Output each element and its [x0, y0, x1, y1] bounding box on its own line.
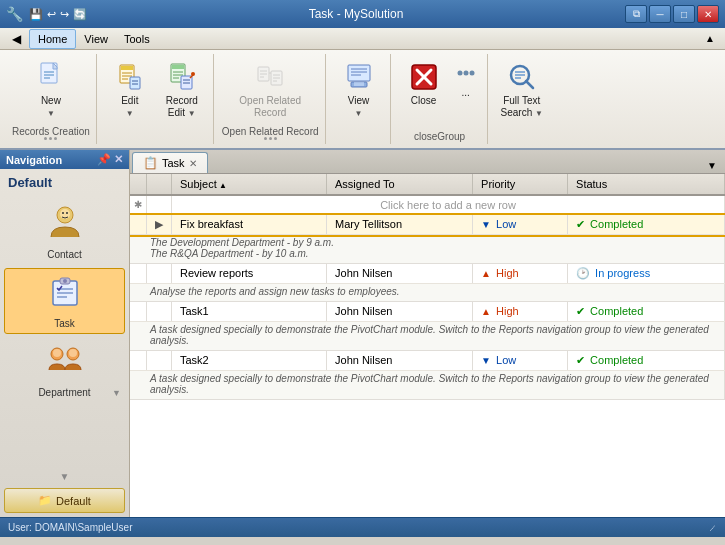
table-row-detail: Analyse the reports and assign new tasks… [130, 284, 725, 302]
row4-indicator [130, 351, 147, 371]
nav-item-task[interactable]: Task [4, 268, 125, 334]
row1-assigned: Mary Tellitson [327, 215, 473, 235]
table-row-detail: A task designed specially to demonstrate… [130, 371, 725, 400]
menu-item-tools[interactable]: Tools [116, 29, 158, 49]
table-row[interactable]: ▶ Fix breakfast Mary Tellitson ▼ Low ✔ C… [130, 215, 725, 235]
col-assigned-to[interactable]: Assigned To [327, 174, 473, 195]
close-icon [408, 61, 440, 93]
open-related-group-label: Open Related Record [222, 126, 319, 137]
more-options-button[interactable]: ... [451, 58, 481, 102]
row3-expand [147, 302, 172, 322]
row1-detail: The Development Department - by 9 a.m.Th… [130, 235, 725, 264]
ribbon-group-edit: Edit▼ [99, 54, 214, 144]
record-edit-doc-icon [166, 61, 198, 93]
records-creation-dots [44, 137, 57, 142]
row4-subject: Task2 [172, 351, 327, 371]
new-row-label[interactable]: Click here to add a new row [172, 195, 725, 215]
row2-detail: Analyse the reports and assign new tasks… [130, 284, 725, 302]
full-text-search-button[interactable]: Full TextSearch ▼ [496, 58, 548, 122]
row4-assigned: John Nilsen [327, 351, 473, 371]
close-record-button[interactable]: Close [399, 58, 449, 110]
row4-status-icon: ✔ [576, 354, 585, 366]
view-button[interactable]: View▼ [334, 58, 384, 122]
svg-rect-9 [130, 77, 140, 89]
row3-priority-label: High [496, 305, 519, 317]
ribbon-group-view: View▼ [328, 54, 391, 144]
ribbon-group-items: New▼ [26, 56, 76, 124]
table-row[interactable]: Task1 John Nilsen ▲ High ✔ Completed [130, 302, 725, 322]
nav-item-department[interactable]: Department ▼ [4, 338, 125, 402]
nav-default-folder-icon: 📁 [38, 494, 52, 507]
menu-collapse-arrow[interactable]: ▲ [699, 31, 721, 46]
nav-pin-icon[interactable]: 📌 [97, 153, 111, 166]
quick-access-undo[interactable]: ↩ [47, 8, 56, 21]
table-row-detail: A task designed specially to demonstrate… [130, 322, 725, 351]
col-subject[interactable]: Subject [172, 174, 327, 195]
minimize-btn[interactable]: ─ [649, 5, 671, 23]
edit-button[interactable]: Edit▼ [105, 58, 155, 122]
open-related-icon [254, 61, 286, 93]
svg-rect-13 [172, 65, 184, 69]
nav-item-contact[interactable]: Contact [4, 198, 125, 264]
tab-dropdown-button[interactable]: ▼ [701, 158, 723, 173]
maximize-btn[interactable]: □ [673, 5, 695, 23]
quick-access-save[interactable]: 💾 [29, 8, 43, 21]
nav-default-button[interactable]: 📁 Default [4, 488, 125, 513]
tab-bar: 📋 Task ✕ ▼ [130, 150, 725, 174]
task-tab[interactable]: 📋 Task ✕ [132, 152, 208, 173]
close-btn-title[interactable]: ✕ [697, 5, 719, 23]
contact-icon [46, 202, 84, 247]
task-table: Subject Assigned To Priority Status ✱ Cl… [130, 174, 725, 517]
new-row-placeholder: ✱ Click here to add a new row [130, 195, 725, 215]
task-clipboard-icon [47, 273, 83, 309]
more-options-area: ... [451, 58, 481, 106]
svg-point-62 [69, 349, 77, 357]
data-table: Subject Assigned To Priority Status ✱ Cl… [130, 174, 725, 400]
nav-scroll-down[interactable]: ▼ [0, 469, 129, 484]
row4-status: ✔ Completed [568, 351, 725, 371]
new-row-star: ✱ [130, 195, 147, 215]
new-row-spacer [147, 195, 172, 215]
row1-subject: Fix breakfast [172, 215, 327, 235]
nav-close-icon[interactable]: ✕ [114, 153, 123, 166]
restore-icon[interactable]: ⧉ [625, 5, 647, 23]
ribbon-group-edit-items: Edit▼ [105, 56, 207, 140]
row1-expand[interactable]: ▶ [147, 215, 172, 235]
quick-access-refresh[interactable]: 🔄 [73, 8, 87, 21]
new-dropdown-arrow: ▼ [47, 109, 55, 118]
new-button[interactable]: New▼ [26, 58, 76, 122]
nav-default-btn-label: Default [56, 495, 91, 507]
col-priority[interactable]: Priority [473, 174, 568, 195]
row1-priority: ▼ Low [473, 215, 568, 235]
close-x-icon [408, 61, 440, 93]
row2-priority-label: High [496, 267, 519, 279]
department-people-icon [47, 342, 83, 378]
new-document-icon [35, 61, 67, 93]
row1-indicator [130, 215, 147, 235]
svg-point-51 [62, 212, 64, 214]
open-related-record-button[interactable]: Open RelatedRecord [234, 58, 306, 122]
task-tab-close[interactable]: ✕ [189, 158, 197, 169]
menu-item-view[interactable]: View [76, 29, 116, 49]
row2-status: 🕑 In progress [568, 264, 725, 284]
col-status[interactable]: Status [568, 174, 725, 195]
nav-back-btn[interactable]: ◀ [4, 29, 29, 49]
ribbon-group-view-items: View▼ [334, 56, 384, 140]
menu-item-home[interactable]: Home [29, 29, 76, 49]
content-area: 📋 Task ✕ ▼ Subject Assigned To Priority … [130, 150, 725, 517]
quick-access-redo[interactable]: ↪ [60, 8, 69, 21]
table-row[interactable]: Review reports John Nilsen ▲ High 🕑 In p… [130, 264, 725, 284]
navigation-panel: Navigation 📌 ✕ Default Contact [0, 150, 130, 517]
open-related-dots [264, 137, 277, 142]
table-row[interactable]: Task2 John Nilsen ▼ Low ✔ Completed [130, 351, 725, 371]
row4-priority: ▼ Low [473, 351, 568, 371]
app-icon[interactable]: 🔧 [6, 6, 23, 22]
record-edit-icon [166, 61, 198, 93]
record-edit-button[interactable]: RecordEdit ▼ [157, 58, 207, 122]
row3-assigned: John Nilsen [327, 302, 473, 322]
edit-icon [114, 61, 146, 93]
row2-priority-icon: ▲ [481, 268, 491, 279]
task-tab-icon: 📋 [143, 156, 158, 170]
row1-priority-icon: ▼ [481, 219, 491, 230]
open-related-record-icon [254, 61, 286, 93]
